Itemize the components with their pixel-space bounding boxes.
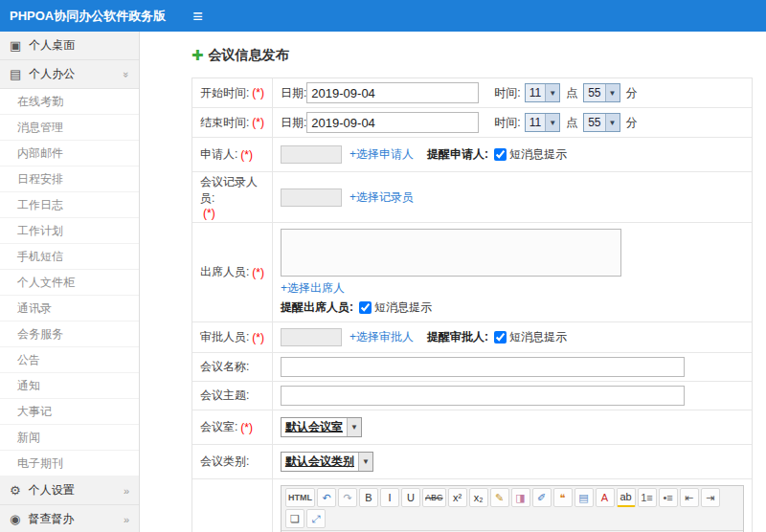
outdent-icon[interactable]: ⇤ bbox=[680, 488, 699, 507]
monitor-icon: ◉ bbox=[10, 512, 20, 526]
font-color-icon[interactable]: A bbox=[596, 488, 615, 507]
required-mark: (*) bbox=[240, 148, 253, 162]
start-date-input[interactable] bbox=[306, 82, 479, 103]
sidebar-item[interactable]: 新闻 bbox=[0, 425, 139, 451]
sidebar-item[interactable]: 公告 bbox=[0, 347, 139, 373]
meeting-name-input[interactable] bbox=[281, 357, 685, 377]
bold-icon[interactable]: B bbox=[359, 488, 378, 507]
remind-attendees-label: 提醒出席人员: bbox=[281, 299, 353, 316]
topbar: PHPOA协同办公软件政务版 ≡ bbox=[0, 0, 766, 32]
fullscreen-icon[interactable]: ⤢ bbox=[306, 509, 326, 528]
sidebar-item[interactable]: 通知 bbox=[0, 373, 139, 399]
start-hour-select[interactable]: 11 ▼ bbox=[525, 83, 560, 102]
form-row-start-time: 开始时间: (*) 日期: 时间: 11 ▼ 点 55 ▼ bbox=[192, 78, 752, 108]
chevron-down-icon: ▼ bbox=[545, 84, 559, 101]
remind-approver-label: 提醒审批人: bbox=[427, 329, 488, 345]
remind-applicant-label: 提醒申请人: bbox=[427, 146, 488, 163]
sidebar-office-submenu: 在线考勤 消息管理 内部邮件 日程安排 工作日志 工作计划 手机短信 个人文件柜… bbox=[0, 89, 139, 477]
add-icon: ✚ bbox=[192, 47, 204, 64]
eraser-icon[interactable]: ◨ bbox=[511, 488, 530, 507]
unordered-list-icon[interactable]: •≡ bbox=[659, 488, 678, 507]
time-label: 时间: bbox=[494, 85, 520, 101]
choose-approver-link[interactable]: +选择审批人 bbox=[349, 329, 414, 345]
sidebar-item[interactable]: 日程安排 bbox=[0, 166, 139, 192]
sidebar-item[interactable]: 消息管理 bbox=[0, 115, 139, 141]
sidebar-item[interactable]: 通讯录 bbox=[0, 296, 139, 321]
sidebar-item[interactable]: 工作计划 bbox=[0, 218, 139, 244]
chevron-down-icon: ▼ bbox=[605, 84, 620, 101]
choose-applicant-link[interactable]: +选择申请人 bbox=[349, 146, 414, 163]
end-minute-select[interactable]: 55 ▼ bbox=[583, 113, 620, 132]
attendees-sms-checkbox[interactable] bbox=[359, 301, 372, 314]
chevron-right-icon: » bbox=[124, 485, 129, 497]
attendees-textarea[interactable] bbox=[281, 229, 621, 277]
blockquote-icon[interactable]: ❝ bbox=[553, 488, 573, 507]
applicant-sms-checkbox[interactable] bbox=[494, 148, 507, 161]
end-date-input[interactable] bbox=[306, 112, 479, 133]
page-edit-icon[interactable]: ▤ bbox=[574, 488, 594, 507]
required-mark: (*) bbox=[240, 421, 253, 434]
highlight-color-icon[interactable]: ab bbox=[617, 488, 636, 507]
choose-recorder-link[interactable]: +选择记录员 bbox=[349, 189, 414, 206]
required-mark: (*) bbox=[252, 86, 264, 100]
approver-sms-checkbox[interactable] bbox=[494, 331, 507, 344]
italic-icon[interactable]: I bbox=[380, 488, 399, 507]
office-icon: ▤ bbox=[10, 67, 21, 81]
main-content: ✚ 会议信息发布 开始时间: (*) 日期: 时间: 11 ▼ 点 bbox=[140, 32, 766, 532]
sms-label: 短消息提示 bbox=[509, 146, 567, 163]
undo-icon[interactable]: ↶ bbox=[317, 488, 336, 507]
new-document-icon[interactable]: ❏ bbox=[285, 509, 304, 528]
sidebar-item-label: 个人桌面 bbox=[29, 37, 129, 54]
date-label: 日期: bbox=[281, 115, 306, 131]
page-title: ✚ 会议信息发布 bbox=[192, 47, 766, 64]
sidebar-item[interactable]: 在线考勤 bbox=[0, 89, 139, 115]
html-source-icon[interactable]: HTML bbox=[285, 488, 315, 507]
required-mark: (*) bbox=[252, 116, 264, 129]
start-minute-select[interactable]: 55 ▼ bbox=[583, 83, 620, 102]
meeting-form: 开始时间: (*) 日期: 时间: 11 ▼ 点 55 ▼ bbox=[192, 78, 753, 532]
sidebar-item[interactable]: 手机短信 bbox=[0, 244, 139, 270]
choose-attendees-link[interactable]: +选择出席人 bbox=[281, 280, 345, 297]
hamburger-menu-icon[interactable]: ≡ bbox=[192, 8, 203, 25]
rich-text-editor: HTML ↶ ↷ B I U bbox=[281, 485, 744, 532]
sidebar-item-label: 个人设置 bbox=[29, 482, 124, 499]
sidebar-item-desktop[interactable]: ▣ 个人桌面 bbox=[0, 32, 139, 60]
applicant-input[interactable] bbox=[281, 145, 342, 164]
approver-input[interactable] bbox=[281, 328, 342, 346]
meeting-room-select[interactable]: 默认会议室 ▼ bbox=[281, 417, 362, 437]
sidebar-item[interactable]: 会务服务 bbox=[0, 321, 139, 347]
ordered-list-icon[interactable]: 1≡ bbox=[638, 488, 657, 507]
recorder-input[interactable] bbox=[281, 188, 342, 207]
chevron-down-icon: ▼ bbox=[347, 418, 361, 436]
subscript-icon[interactable]: x₂ bbox=[469, 488, 488, 507]
sidebar-item-settings[interactable]: ⚙ 个人设置 » bbox=[0, 477, 139, 505]
meeting-name-label: 会议名称: bbox=[200, 359, 249, 375]
indent-icon[interactable]: ⇥ bbox=[701, 488, 720, 507]
sidebar-item[interactable]: 大事记 bbox=[0, 399, 139, 425]
meeting-room-label: 会议室: bbox=[200, 419, 237, 435]
sidebar-item-label: 督查督办 bbox=[28, 511, 124, 527]
desktop-icon: ▣ bbox=[10, 38, 21, 53]
sidebar-item-supervision[interactable]: ◉ 督查督办 » bbox=[0, 505, 139, 532]
underline-icon[interactable]: U bbox=[401, 488, 420, 507]
meeting-topic-input[interactable] bbox=[281, 386, 685, 406]
sidebar-item[interactable]: 个人文件柜 bbox=[0, 270, 139, 296]
sidebar-item[interactable]: 工作日志 bbox=[0, 192, 139, 218]
sidebar-item-label: 个人办公 bbox=[29, 66, 124, 82]
page-title-text: 会议信息发布 bbox=[209, 47, 289, 64]
time-label: 时间: bbox=[494, 115, 520, 131]
superscript-icon[interactable]: x² bbox=[448, 488, 467, 507]
end-hour-select[interactable]: 11 ▼ bbox=[525, 113, 560, 132]
chevron-down-icon: » bbox=[121, 71, 132, 77]
sidebar-item-office[interactable]: ▤ 个人办公 » bbox=[0, 60, 139, 89]
meeting-category-select[interactable]: 默认会议类别 ▼ bbox=[281, 452, 373, 472]
sidebar-item[interactable]: 电子期刊 bbox=[0, 451, 139, 477]
sidebar: ▣ 个人桌面 ▤ 个人办公 » 在线考勤 消息管理 内部邮件 日程安排 工作日志… bbox=[0, 32, 140, 532]
chevron-down-icon: ▼ bbox=[545, 114, 559, 131]
pencil-icon[interactable]: ✎ bbox=[490, 488, 509, 507]
strikethrough-icon[interactable]: ABC bbox=[422, 488, 446, 507]
redo-icon[interactable]: ↷ bbox=[338, 488, 357, 507]
format-brush-icon[interactable]: ✐ bbox=[532, 488, 552, 507]
sidebar-item[interactable]: 内部邮件 bbox=[0, 141, 139, 166]
form-row-end-time: 结束时间: (*) 日期: 时间: 11 ▼ 点 55 ▼ bbox=[192, 108, 752, 138]
